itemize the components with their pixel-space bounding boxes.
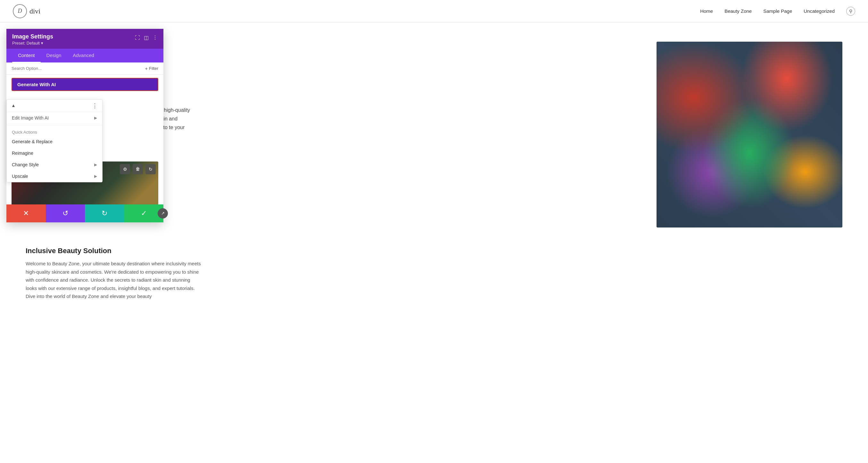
quick-actions-label: Quick Actions: [7, 127, 102, 136]
nav-link-sample-page[interactable]: Sample Page: [763, 8, 792, 14]
panel-title: Image Settings: [12, 33, 53, 40]
plus-icon: +: [145, 66, 148, 71]
reimagine-item[interactable]: Reimagine: [7, 147, 102, 159]
expand-icon[interactable]: ↗: [158, 208, 168, 218]
generate-replace-label: Generate & Replace: [12, 139, 53, 144]
upscale-item[interactable]: Upscale ▶: [7, 171, 102, 182]
search-filter-bar: + Filter: [6, 62, 163, 75]
sub-section: Inclusive Beauty Solution Welcome to Bea…: [0, 247, 868, 313]
top-navigation: D divi Home Beauty Zone Sample Page Unca…: [0, 0, 868, 23]
panel-header-icons: ⛶ ◫ ⋮: [135, 35, 158, 41]
panel-header: Image Settings Preset: Default ▾ ⛶ ◫ ⋮: [6, 29, 163, 49]
hero-image: [656, 42, 842, 227]
change-style-label: Change Style: [12, 162, 39, 167]
logo-text: divi: [29, 7, 40, 16]
divider: [7, 125, 102, 125]
edit-image-label: Edit Image With AI: [12, 115, 49, 121]
generate-replace-item[interactable]: Generate & Replace: [7, 136, 102, 147]
generate-with-ai-button[interactable]: Generate With AI: [11, 78, 158, 91]
panel-title-group: Image Settings Preset: Default ▾: [12, 33, 53, 45]
dropdown-menu: ▲ ⋮ Edit Image With AI ▶ Quick Actions G…: [6, 99, 102, 182]
bottom-action-bar: ✕ ↺ ↻ ✓: [6, 205, 163, 222]
panel-tabs: Content Design Advanced: [6, 49, 163, 62]
panel-body: + Filter Generate With AI ▲ ⋮ Edit Image…: [6, 62, 163, 219]
dropdown-header: ▲ ⋮: [7, 100, 102, 112]
edit-image-with-ai-item[interactable]: Edit Image With AI ▶: [7, 112, 102, 124]
main-content: me to y Zone mpionship! Discover your ul…: [0, 23, 868, 463]
tab-design[interactable]: Design: [41, 49, 67, 62]
arrow-right-icon: ▶: [94, 116, 97, 120]
redo-button[interactable]: ↻: [85, 205, 124, 222]
reimagine-label: Reimagine: [12, 151, 33, 156]
image-settings-panel: Image Settings Preset: Default ▾ ⛶ ◫ ⋮ C…: [6, 29, 163, 222]
chevron-up-icon[interactable]: ▲: [11, 103, 16, 108]
image-overlay-icons: ⚙ 🗑 ↻: [120, 164, 156, 174]
upscale-label: Upscale: [12, 174, 28, 179]
undo-icon: ↺: [62, 209, 68, 218]
tab-advanced[interactable]: Advanced: [67, 49, 100, 62]
filter-label: Filter: [149, 66, 158, 71]
columns-icon[interactable]: ◫: [144, 35, 149, 41]
undo-button[interactable]: ↺: [46, 205, 85, 222]
redo-icon: ↻: [101, 209, 107, 218]
more-options-icon[interactable]: ⋮: [153, 35, 158, 41]
sub-title: Inclusive Beauty Solution: [26, 247, 842, 255]
filter-button[interactable]: + Filter: [145, 66, 158, 71]
refresh-overlay-icon[interactable]: ↻: [146, 164, 156, 174]
nav-link-home[interactable]: Home: [700, 8, 713, 14]
site-logo: D divi: [13, 4, 40, 18]
change-style-arrow-icon: ▶: [94, 162, 97, 167]
panel-preset[interactable]: Preset: Default ▾: [12, 41, 53, 45]
confirm-icon: ✓: [141, 209, 147, 218]
change-style-item[interactable]: Change Style ▶: [7, 159, 102, 171]
cancel-icon: ✕: [23, 209, 29, 218]
cancel-button[interactable]: ✕: [6, 205, 46, 222]
search-input[interactable]: [11, 66, 142, 71]
nav-link-uncategorized[interactable]: Uncategorized: [804, 8, 835, 14]
search-icon[interactable]: ⚲: [846, 7, 855, 16]
settings-overlay-icon[interactable]: ⚙: [120, 164, 130, 174]
upscale-arrow-icon: ▶: [94, 174, 97, 179]
nav-link-beauty-zone[interactable]: Beauty Zone: [724, 8, 752, 14]
logo-icon: D: [13, 4, 27, 18]
sub-text: Welcome to Beauty Zone, your ultimate be…: [26, 259, 202, 301]
fullscreen-icon[interactable]: ⛶: [135, 35, 140, 41]
nav-links: Home Beauty Zone Sample Page Uncategoriz…: [700, 7, 855, 16]
more-dots-icon[interactable]: ⋮: [92, 102, 98, 109]
delete-overlay-icon[interactable]: 🗑: [133, 164, 143, 174]
tab-content[interactable]: Content: [12, 49, 41, 62]
